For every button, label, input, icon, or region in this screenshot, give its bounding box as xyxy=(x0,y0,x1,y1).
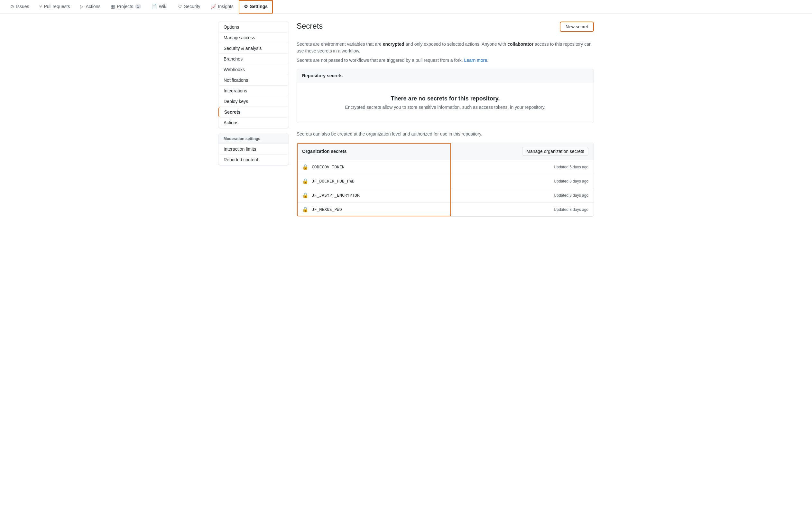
secret-name-codecov: 🔒 CODECOV_TOKEN xyxy=(302,164,344,170)
lock-icon-docker: 🔒 xyxy=(302,178,308,184)
sidebar-main-section: Options Manage access Security & analysi… xyxy=(218,22,289,128)
secret-name-nexus: 🔒 JF_NEXUS_PWD xyxy=(302,206,342,212)
sidebar-moderation-header: Moderation settings xyxy=(219,134,289,144)
repo-secrets-empty-state: There are no secrets for this repository… xyxy=(297,82,593,123)
secret-meta-nexus: Updated 8 days ago xyxy=(554,207,588,212)
main-content: Secrets New secret Secrets are environme… xyxy=(297,22,594,224)
description-2: Secrets are not passed to workflows that… xyxy=(297,57,594,64)
settings-icon: ⚙ xyxy=(244,4,248,9)
secret-row-codecov: 🔒 CODECOV_TOKEN Updated 5 days ago xyxy=(297,160,593,174)
insights-icon: 📈 xyxy=(211,4,216,9)
nav-actions[interactable]: ▷ Actions xyxy=(75,0,105,13)
sidebar-item-options[interactable]: Options xyxy=(219,22,289,33)
lock-icon-jasypt: 🔒 xyxy=(302,192,308,198)
page-title: Secrets xyxy=(297,22,323,31)
actions-icon: ▷ xyxy=(80,4,84,9)
sidebar: Options Manage access Security & analysi… xyxy=(218,22,289,224)
page-header: Secrets New secret xyxy=(297,22,594,36)
sidebar-item-actions[interactable]: Actions xyxy=(219,118,289,128)
nav-wiki[interactable]: 📄 Wiki xyxy=(146,0,173,13)
sidebar-item-webhooks[interactable]: Webhooks xyxy=(219,65,289,75)
projects-icon: ▦ xyxy=(111,4,115,9)
sidebar-moderation-section: Moderation settings Interaction limits R… xyxy=(218,134,289,166)
sidebar-item-branches[interactable]: Branches xyxy=(219,54,289,65)
issues-icon: ⊙ xyxy=(10,4,14,9)
nav-issues[interactable]: ⊙ Issues xyxy=(5,0,34,13)
pr-icon: ⑂ xyxy=(39,4,42,9)
sidebar-item-interaction-limits[interactable]: Interaction limits xyxy=(219,144,289,155)
manage-org-secrets-button[interactable]: Manage organization secrets xyxy=(522,147,588,156)
nav-settings[interactable]: ⚙ Settings xyxy=(239,0,273,13)
repository-secrets-box: Repository secrets There are no secrets … xyxy=(297,69,594,123)
secret-row-jasypt: 🔒 JF_JASYPT_ENCRYPTOR Updated 8 days ago xyxy=(297,188,593,203)
nav-security[interactable]: 🛡 Security xyxy=(173,0,205,13)
security-icon: 🛡 xyxy=(178,4,182,9)
secret-meta-jasypt: Updated 8 days ago xyxy=(554,193,588,198)
sidebar-item-secrets[interactable]: Secrets xyxy=(219,107,289,118)
new-secret-button[interactable]: New secret xyxy=(560,22,594,32)
nav-projects[interactable]: ▦ Projects 1 xyxy=(105,0,146,13)
nav-pull-requests[interactable]: ⑂ Pull requests xyxy=(34,0,75,13)
wiki-icon: 📄 xyxy=(151,4,157,9)
secret-row-nexus: 🔒 JF_NEXUS_PWD Updated 8 days ago xyxy=(297,203,593,216)
sidebar-item-integrations[interactable]: Integrations xyxy=(219,86,289,96)
lock-icon-nexus: 🔒 xyxy=(302,206,308,212)
sidebar-item-security-analysis[interactable]: Security & analysis xyxy=(219,43,289,54)
top-navigation: ⊙ Issues ⑂ Pull requests ▷ Actions ▦ Pro… xyxy=(0,0,812,14)
org-secrets-desc: Secrets can also be created at the organ… xyxy=(297,131,594,137)
repo-secrets-header: Repository secrets xyxy=(297,69,593,82)
sidebar-item-reported-content[interactable]: Reported content xyxy=(219,155,289,165)
sidebar-item-notifications[interactable]: Notifications xyxy=(219,75,289,86)
sidebar-item-manage-access[interactable]: Manage access xyxy=(219,33,289,43)
description-1: Secrets are environment variables that a… xyxy=(297,41,594,54)
org-secrets-header: Organization secrets Manage organization… xyxy=(297,143,593,160)
secret-meta-docker: Updated 8 days ago xyxy=(554,179,588,183)
lock-icon-codecov: 🔒 xyxy=(302,164,308,170)
secret-name-jasypt: 🔒 JF_JASYPT_ENCRYPTOR xyxy=(302,192,360,198)
learn-more-link[interactable]: Learn more xyxy=(464,58,487,63)
page-layout: Options Manage access Security & analysi… xyxy=(213,22,599,224)
sidebar-item-deploy-keys[interactable]: Deploy keys xyxy=(219,96,289,107)
secret-row-docker: 🔒 JF_DOCKER_HUB_PWD Updated 8 days ago xyxy=(297,174,593,188)
projects-badge: 1 xyxy=(135,4,141,9)
secret-name-docker: 🔒 JF_DOCKER_HUB_PWD xyxy=(302,178,354,184)
nav-insights[interactable]: 📈 Insights xyxy=(205,0,239,13)
org-secrets-box: Organization secrets Manage organization… xyxy=(297,142,594,217)
secret-meta-codecov: Updated 5 days ago xyxy=(554,165,588,169)
